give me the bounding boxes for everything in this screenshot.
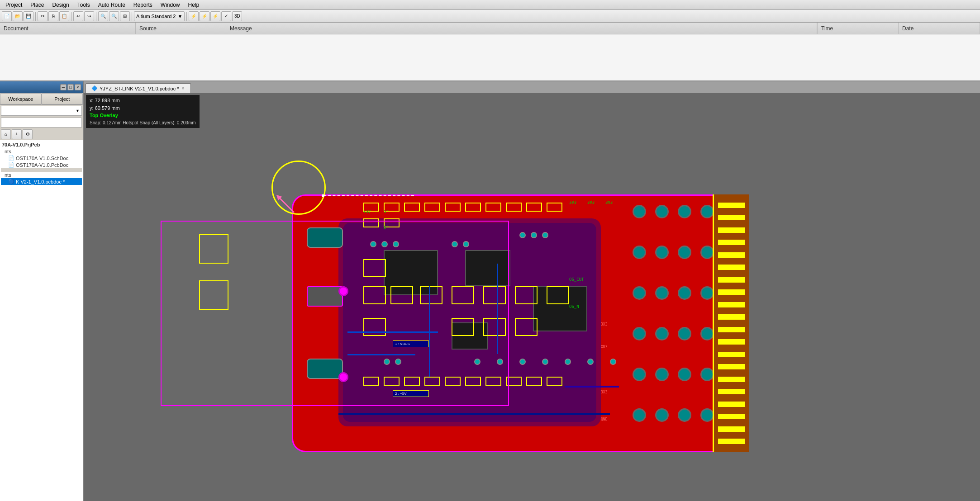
panel-home-btn[interactable]: ⌂ [1, 129, 11, 139]
toolbar-cut[interactable]: ✂ [38, 11, 48, 21]
menu-help[interactable]: Help [185, 1, 203, 9]
toolbar-drc[interactable]: ✓ [221, 11, 231, 21]
toolbar: 📄 📂 💾 ✂ ⎘ 📋 ↩ ↪ 🔍 🔍 ⊞ Altium Standard 2 … [0, 10, 980, 23]
tab-pcbdoc[interactable]: 🔷 YJYZ_ST-LINK V2-1_V1.0.pcbdoc * × [86, 83, 191, 93]
right-pin-2 [718, 215, 745, 220]
menu-project[interactable]: Project [2, 1, 26, 9]
text-3v3-2: 3V3 [587, 200, 595, 205]
toolbar-sep4 [132, 12, 132, 21]
pad-r-6 [655, 286, 669, 300]
crosshair-dot [322, 194, 324, 197]
pad-r-13 [633, 368, 646, 381]
schDoc-icon: 📄 [8, 155, 14, 161]
main-area: ─ □ × Workspace Project ▼ ⌂ + ⚙ 70A-V1.0… [0, 81, 980, 501]
tree-separator1 [1, 168, 82, 172]
workspace-button[interactable]: Workspace [0, 93, 42, 104]
panel-pin-btn[interactable]: ─ [60, 84, 67, 90]
pad-r-19 [678, 408, 691, 422]
toolbar-fit[interactable]: ⊞ [120, 11, 130, 21]
small-pad-8 [542, 232, 548, 238]
pad-r-1 [633, 246, 646, 259]
scheme-label: Altium Standard 2 [136, 14, 176, 19]
yellow-rect-2 [199, 280, 228, 310]
toolbar-zoomout[interactable]: 🔍 [109, 11, 119, 21]
msg-col-source[interactable]: Source [136, 23, 226, 34]
toolbar-zoomin[interactable]: 🔍 [98, 11, 108, 21]
pcbDoc-icon: 📄 [8, 162, 14, 168]
project-tree: 70A-V1.0.PrjPcb nts 📄 OST170A-V1.0.SchDo… [0, 140, 83, 501]
msg-col-message[interactable]: Message [226, 23, 817, 34]
right-pin-12 [718, 339, 745, 345]
small-pad-15 [565, 359, 571, 365]
toolbar-3d[interactable]: 3D [232, 11, 242, 21]
toolbar-paste[interactable]: 📋 [59, 11, 69, 21]
pad-r-17 [633, 408, 646, 422]
coord-x: x: 72.898 mm [90, 97, 196, 104]
messages-panel: Document Source Message Time Date [0, 23, 980, 81]
msg-col-date[interactable]: Date [899, 23, 980, 34]
toolbar-new[interactable]: 📄 [2, 11, 12, 21]
right-pin-10 [718, 314, 745, 320]
right-pin-16 [718, 389, 745, 394]
panel-float-btn[interactable]: □ [67, 84, 74, 90]
small-pad-16 [587, 359, 594, 365]
yellow-rect-1 [199, 234, 228, 264]
msg-col-time[interactable]: Time [817, 23, 899, 34]
tab-pcb-icon: 🔷 [91, 85, 98, 91]
pad-r-14 [655, 368, 669, 381]
toolbar-route2[interactable]: ⚡ [200, 11, 209, 21]
right-pin-9 [718, 302, 745, 307]
schDoc-label: OST170A-V1.0.SchDoc [16, 156, 68, 161]
mid-comp-9 [547, 286, 569, 304]
text-red-1: 3X3 [601, 322, 607, 326]
text-os-n: OS_N [569, 304, 579, 309]
msg-col-document[interactable]: Document [0, 23, 136, 34]
panel-toolbar: ⌂ + ⚙ [0, 128, 83, 140]
toolbar-undo[interactable]: ↩ [73, 11, 83, 21]
active-file-label: K V2-1_V1.0.pcbdoc * [16, 179, 65, 184]
menu-autoroute[interactable]: Auto Route [95, 1, 129, 9]
panel-dropdown[interactable]: ▼ [1, 106, 82, 116]
toolbar-route1[interactable]: ⚡ [189, 11, 199, 21]
tab-close-btn[interactable]: × [181, 86, 185, 91]
pad-top-2 [655, 205, 669, 218]
svg-line-0 [278, 197, 294, 213]
toolbar-sep2 [71, 12, 71, 21]
menu-design[interactable]: Design [48, 1, 72, 9]
toolbar-open[interactable]: 📂 [13, 11, 23, 21]
tree-file-pcbDoc[interactable]: 📄 OST170A-V1.0.PcbDoc [1, 161, 82, 168]
project-button[interactable]: Project [42, 93, 83, 104]
right-pin-4 [718, 240, 745, 245]
tree-file-schDoc[interactable]: 📄 OST170A-V1.0.SchDoc [1, 155, 82, 161]
menu-window[interactable]: Window [157, 1, 184, 9]
tree-file-active[interactable]: 🔵 K V2-1_V1.0.pcbdoc * [1, 178, 82, 185]
mid-comp-8 [515, 286, 538, 304]
pad-r-15 [678, 368, 691, 381]
toolbar-redo[interactable]: ↪ [84, 11, 94, 21]
pad-top-3 [678, 205, 691, 218]
dropdown-arrow-icon: ▼ [76, 109, 80, 113]
smd-7 [485, 203, 501, 212]
text-plus5v-1: +5V [363, 209, 371, 214]
panel-add-btn[interactable]: + [12, 129, 22, 139]
menu-reports[interactable]: Reports [130, 1, 156, 9]
smd-4 [424, 203, 440, 212]
canvas-container[interactable]: 🔷 YJYZ_ST-LINK V2-1_V1.0.pcbdoc * × x: 7… [84, 81, 980, 501]
text-red-3: 3X3 [601, 390, 607, 394]
menu-tools[interactable]: Tools [74, 1, 94, 9]
tree-section2: nts [1, 172, 82, 178]
pad-r-8 [700, 286, 714, 300]
toolbar-scheme-dropdown[interactable]: Altium Standard 2 ▼ [134, 11, 185, 21]
toolbar-save[interactable]: 💾 [24, 11, 33, 21]
right-pin-13 [718, 352, 745, 357]
right-pin-19 [718, 426, 745, 432]
right-pin-11 [718, 327, 745, 332]
toolbar-route3[interactable]: ⚡ [210, 11, 220, 21]
canvas-area[interactable]: 🔷 YJYZ_ST-LINK V2-1_V1.0.pcbdoc * × x: 7… [84, 81, 980, 501]
right-pin-5 [718, 252, 745, 258]
menu-place[interactable]: Place [27, 1, 48, 9]
panel-search-input[interactable] [1, 118, 82, 128]
panel-close-btn[interactable]: × [75, 84, 81, 90]
panel-settings-btn[interactable]: ⚙ [23, 129, 33, 139]
toolbar-copy[interactable]: ⎘ [48, 11, 58, 21]
